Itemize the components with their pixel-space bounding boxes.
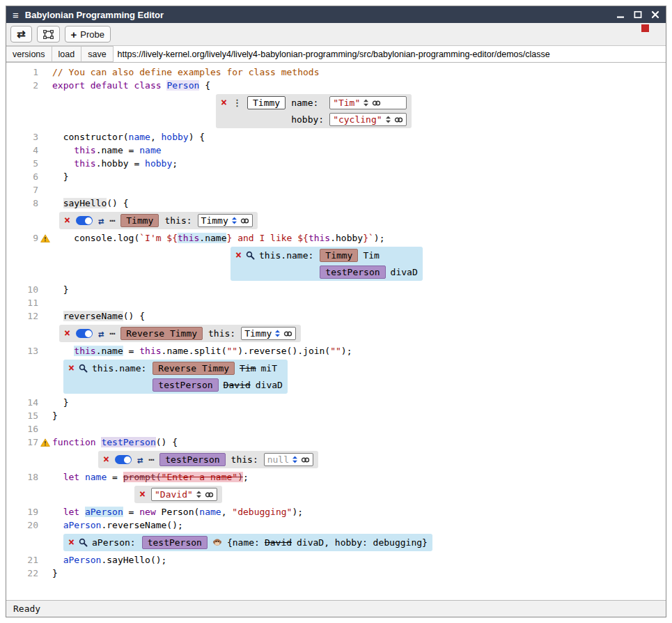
example-toggle-on[interactable]: [115, 455, 132, 464]
line-gutter: 8: [6, 197, 52, 210]
switch-instance-icon[interactable]: ⇄: [137, 454, 143, 466]
value-box[interactable]: "Tim": [329, 96, 406, 109]
code-line[interactable]: 18 let name = prompt("Enter a name");: [6, 470, 666, 484]
widget-close-button[interactable]: ×: [221, 98, 227, 107]
example-name-badge[interactable]: Reverse Timmy: [120, 327, 203, 340]
save-button[interactable]: save: [81, 46, 113, 62]
code-line[interactable]: 10 }: [6, 283, 666, 296]
code-line[interactable]: 19 let aPerson = new Person(name, "debug…: [6, 505, 666, 518]
code-editor[interactable]: 1// You can also define examples for cla…: [6, 63, 666, 600]
more-options-icon[interactable]: ⋯: [109, 215, 115, 226]
widget-close-button[interactable]: ×: [235, 251, 242, 260]
probe-head: ×this.name:: [235, 250, 313, 261]
url-field[interactable]: https://lively-kernel.org/lively4/lively…: [114, 46, 666, 62]
notification-badge[interactable]: [641, 24, 649, 32]
code-line[interactable]: 8 sayHello() {: [6, 197, 666, 210]
code-line[interactable]: 11: [6, 296, 666, 309]
code-token: }: [52, 284, 68, 295]
load-button[interactable]: load: [52, 46, 82, 62]
more-options-icon[interactable]: ⋯: [109, 328, 115, 339]
widget-row: ×⋮Timmyname:"Tim"hobby:"cycling": [216, 94, 666, 128]
more-options-icon[interactable]: ⋯: [148, 454, 154, 465]
widget-close-button[interactable]: ×: [68, 538, 75, 547]
probe-value: David: [224, 380, 251, 390]
code-token: sayHello: [63, 198, 107, 208]
value-box[interactable]: "cycling": [329, 113, 406, 126]
add-probe-button[interactable]: + Probe: [65, 26, 111, 43]
value-box[interactable]: "David": [151, 488, 217, 501]
line-number: 3: [33, 132, 38, 142]
editor-lines: 1// You can also define examples for cla…: [6, 66, 666, 580]
example-name-badge[interactable]: Timmy: [120, 214, 159, 227]
code-token: [52, 198, 63, 208]
drag-handle-icon[interactable]: ⋮: [233, 98, 242, 108]
this-value: Timmy: [244, 328, 272, 339]
example-name-box[interactable]: Timmy: [247, 96, 286, 109]
widget-close-button[interactable]: ×: [68, 364, 75, 373]
widget-close-button[interactable]: ×: [103, 455, 109, 464]
code-line[interactable]: 13 this.name = this.name.split("").rever…: [6, 344, 666, 357]
code-token: new: [139, 507, 155, 517]
switch-instance-icon[interactable]: ⇄: [98, 328, 104, 339]
code-line[interactable]: 5 this.hobby = hobby;: [6, 157, 666, 170]
widget-close-button[interactable]: ×: [64, 216, 70, 225]
this-selector[interactable]: Timmy: [198, 214, 253, 227]
code-line[interactable]: 9 console.log(`I'm ${this.name} and I li…: [6, 231, 666, 245]
code-line[interactable]: 12 reverseName() {: [6, 309, 666, 323]
this-label: this:: [164, 215, 192, 226]
instance-badge[interactable]: Timmy: [320, 249, 358, 262]
instance-badge[interactable]: testPerson: [153, 378, 218, 392]
probe-value: Tim: [363, 250, 379, 261]
line-number: 6: [33, 171, 38, 182]
widget-row: ×this.name:TimmyTimtestPersondivaD: [230, 247, 666, 281]
window-title: Babylonian Programming Editor: [25, 10, 610, 20]
versions-button[interactable]: versions: [6, 46, 52, 62]
code-line[interactable]: 15}: [6, 409, 666, 422]
spinner-arrows-icon: [274, 329, 281, 338]
code-line[interactable]: 17function testPerson() {: [6, 436, 666, 449]
swap-editors-button[interactable]: ⇄: [10, 26, 32, 43]
magnifier-icon: [79, 364, 88, 373]
this-selector[interactable]: null: [264, 453, 313, 466]
code-line[interactable]: 2export default class Person {: [6, 79, 666, 92]
code-line[interactable]: 3 constructor(name, hobby) {: [6, 130, 666, 144]
code-text: [52, 296, 58, 309]
example-toggle-on[interactable]: [76, 216, 93, 225]
code-line[interactable]: 7: [6, 183, 666, 197]
line-gutter: 10: [6, 283, 52, 296]
probe-value: David: [265, 537, 292, 548]
maximize-icon: [634, 10, 642, 19]
inspect-frame-button[interactable]: [37, 26, 60, 43]
code-token: aPerson: [85, 507, 123, 517]
code-line[interactable]: 21 aPerson.sayHello();: [6, 553, 666, 567]
instance-badge[interactable]: testPerson: [142, 536, 208, 549]
line-number: 1: [33, 67, 38, 77]
code-line[interactable]: 20 aPerson.reverseName();: [6, 518, 666, 532]
code-line[interactable]: 1// You can also define examples for cla…: [6, 66, 666, 79]
widget-close-button[interactable]: ×: [64, 329, 70, 338]
code-token: Person: [166, 80, 199, 91]
code-line[interactable]: 4 this.name = name: [6, 144, 666, 157]
maximize-button[interactable]: [634, 10, 642, 19]
code-line[interactable]: 6 }: [6, 170, 666, 183]
code-line[interactable]: 22}: [6, 567, 666, 580]
code-token: name: [129, 132, 150, 142]
code-token: [52, 311, 63, 321]
example-name-badge[interactable]: testPerson: [159, 453, 225, 466]
menu-icon[interactable]: ≡: [13, 10, 19, 20]
code-line[interactable]: 16: [6, 422, 666, 436]
instance-badge[interactable]: Reverse Timmy: [153, 362, 235, 375]
this-selector[interactable]: Timmy: [241, 327, 296, 340]
widget-row: ×aPerson:testPerson{name:DaviddivaD, hob…: [63, 534, 666, 551]
spinner-arrows-icon: [363, 98, 369, 107]
code-line[interactable]: 14 }: [6, 396, 666, 409]
switch-instance-icon[interactable]: ⇄: [98, 215, 104, 226]
instance-badge[interactable]: testPerson: [320, 266, 385, 279]
close-button[interactable]: [651, 10, 659, 19]
swap-arrows-icon: ⇄: [17, 28, 26, 40]
widget-close-button[interactable]: ×: [139, 490, 146, 499]
spinner-arrows-icon: [292, 455, 298, 464]
minimize-button[interactable]: [616, 10, 625, 19]
line-number: 4: [33, 145, 38, 155]
example-toggle-on[interactable]: [76, 329, 93, 338]
